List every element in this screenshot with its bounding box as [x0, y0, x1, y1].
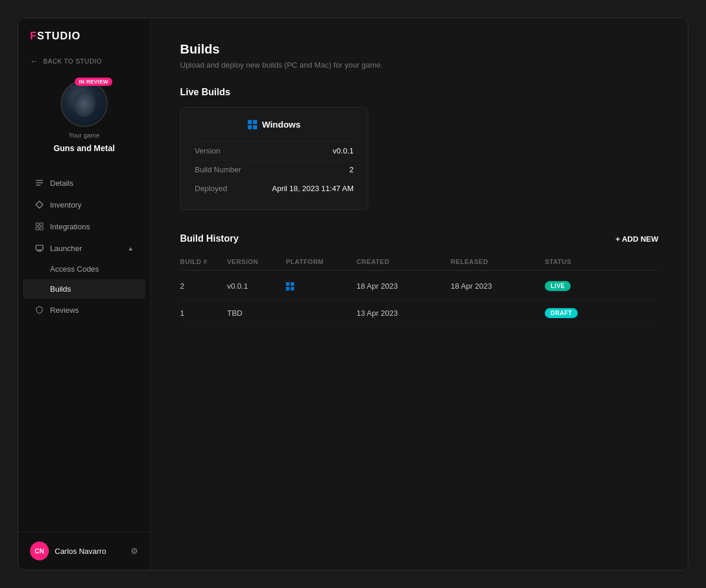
game-title: Guns and Metal [54, 143, 115, 153]
svg-rect-4 [36, 223, 39, 226]
game-avatar [61, 80, 108, 127]
version-row: Version v0.0.1 [195, 141, 354, 160]
th-status: STATUS [545, 258, 658, 265]
sidebar-item-inventory[interactable]: Inventory [23, 194, 145, 215]
add-new-button[interactable]: + ADD NEW [615, 235, 658, 243]
sidebar-item-integrations-label: Integrations [50, 222, 90, 231]
main-content: Builds Upload and deploy new builds (PC … [151, 18, 688, 570]
row1-version: v0.0.1 [227, 282, 286, 290]
row1-created: 18 Apr 2023 [357, 282, 451, 290]
svg-rect-1 [36, 182, 43, 183]
shield-icon [35, 305, 44, 315]
build-number-value: 2 [349, 165, 354, 174]
build-history-section-title: Build History [180, 233, 239, 244]
sidebar: FSTUDIO ← BACK TO STUDIO IN REVIEW Your … [18, 18, 151, 570]
build-number-row: Build Number 2 [195, 160, 354, 179]
sidebar-footer: CN Carlos Navarro ⚙ [18, 532, 150, 570]
th-platform: PLATFORM [286, 258, 357, 265]
windows-label: Windows [262, 119, 301, 129]
version-value: v0.0.1 [333, 146, 354, 155]
build-history-header: Build History + ADD NEW [180, 233, 658, 244]
user-name: Carlos Navarro [55, 547, 125, 556]
launcher-subitems: Access Codes Builds [18, 259, 150, 299]
svg-rect-6 [36, 227, 39, 230]
game-avatar-image [62, 81, 106, 126]
sidebar-item-inventory-label: Inventory [50, 201, 81, 209]
th-created: CREATED [357, 258, 451, 265]
sidebar-item-details[interactable]: Details [23, 172, 145, 193]
row1-status: LIVE [545, 281, 658, 291]
svg-rect-7 [40, 227, 43, 230]
row1-build-num: 2 [180, 282, 227, 290]
windows-platform-icon [248, 120, 257, 129]
builds-table: BUILD # VERSION PLATFORM CREATED RELEASE… [180, 253, 658, 327]
row1-platform [286, 282, 357, 290]
back-arrow-icon: ← [30, 56, 39, 66]
row2-created: 13 Apr 2023 [357, 309, 451, 318]
sidebar-item-reviews-label: Reviews [50, 306, 79, 315]
chevron-up-icon: ▲ [128, 245, 134, 252]
status-badge-draft: DRAFT [545, 308, 578, 318]
svg-marker-3 [36, 201, 43, 208]
in-review-badge: IN REVIEW [75, 78, 112, 86]
svg-rect-2 [36, 185, 41, 186]
launcher-left: Launcher [35, 243, 82, 253]
version-label: Version [195, 146, 220, 155]
sidebar-item-details-label: Details [50, 179, 74, 188]
logo-f: F [30, 30, 37, 42]
deployed-label: Deployed [195, 184, 227, 193]
access-codes-label: Access Codes [50, 265, 99, 273]
sidebar-item-access-codes[interactable]: Access Codes [23, 259, 145, 279]
deployed-row: Deployed April 18, 2023 11:47 AM [195, 179, 354, 198]
game-info: IN REVIEW Your game Guns and Metal [18, 71, 150, 167]
svg-rect-0 [36, 180, 43, 181]
user-avatar: CN [30, 542, 49, 560]
svg-rect-5 [40, 223, 43, 226]
list-icon [35, 178, 44, 188]
windows-row-icon [286, 282, 294, 290]
back-label: BACK TO STUDIO [44, 58, 102, 65]
grid-icon [35, 222, 44, 231]
row1-released: 18 Apr 2023 [451, 282, 545, 290]
th-build-num: BUILD # [180, 258, 227, 265]
row2-build-num: 1 [180, 309, 227, 318]
row2-status: DRAFT [545, 308, 658, 318]
th-released: RELEASED [451, 258, 545, 265]
diamond-icon [35, 200, 44, 209]
table-row[interactable]: 2 v0.0.1 18 Apr 2023 18 Apr 2023 LIVE [180, 273, 658, 300]
build-number-label: Build Number [195, 165, 241, 174]
svg-rect-8 [36, 245, 43, 250]
builds-label: Builds [50, 285, 71, 293]
back-to-studio-link[interactable]: ← BACK TO STUDIO [18, 52, 150, 71]
windows-header: Windows [195, 119, 354, 129]
table-row[interactable]: 1 TBD 13 Apr 2023 DRAFT [180, 300, 658, 327]
gear-icon[interactable]: ⚙ [131, 546, 138, 556]
monitor-icon [35, 243, 44, 253]
nav-list: Details Inventory [18, 167, 150, 532]
th-version: VERSION [227, 258, 286, 265]
page-subtitle: Upload and deploy new builds (PC and Mac… [180, 61, 658, 69]
sidebar-item-integrations[interactable]: Integrations [23, 216, 145, 237]
user-initials: CN [35, 547, 44, 554]
game-avatar-wrap: IN REVIEW [61, 80, 108, 127]
sidebar-item-launcher[interactable]: Launcher ▲ [23, 238, 145, 259]
live-builds-section-title: Live Builds [180, 87, 658, 98]
game-label: Your game [69, 132, 100, 139]
page-title: Builds [180, 42, 658, 57]
logo-rest: STUDIO [37, 30, 81, 42]
sidebar-item-builds[interactable]: Builds [23, 279, 145, 299]
status-badge-live: LIVE [545, 281, 571, 291]
deployed-value: April 18, 2023 11:47 AM [272, 184, 354, 193]
app-layout: FSTUDIO ← BACK TO STUDIO IN REVIEW Your … [18, 18, 688, 570]
table-header: BUILD # VERSION PLATFORM CREATED RELEASE… [180, 253, 658, 270]
row2-version: TBD [227, 309, 286, 318]
sidebar-item-launcher-label: Launcher [50, 244, 82, 253]
app-window: FSTUDIO ← BACK TO STUDIO IN REVIEW Your … [18, 18, 688, 570]
live-builds-card: Windows Version v0.0.1 Build Number 2 De… [180, 107, 368, 210]
sidebar-item-reviews[interactable]: Reviews [23, 299, 145, 320]
logo: FSTUDIO [18, 18, 150, 52]
